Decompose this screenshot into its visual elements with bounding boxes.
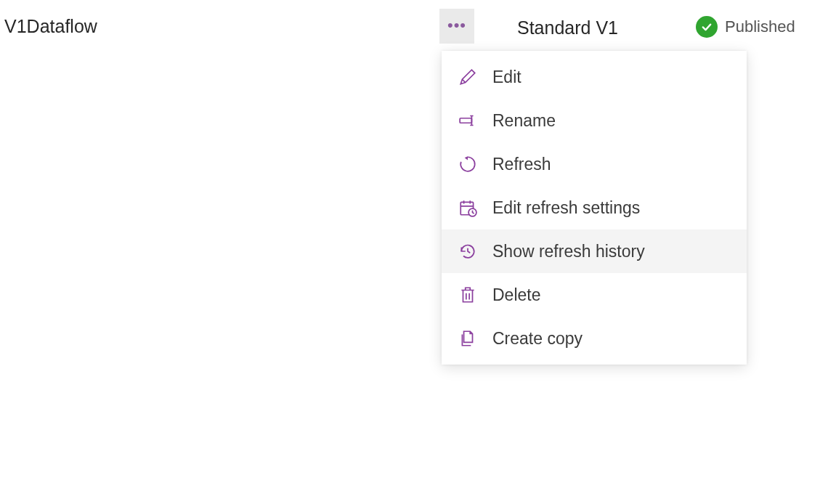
menu-item-show-refresh-history[interactable]: Show refresh history: [442, 229, 747, 273]
history-icon: [458, 241, 478, 261]
item-type-label: Standard V1: [517, 17, 618, 38]
menu-item-label: Edit refresh settings: [492, 198, 640, 218]
menu-item-create-copy[interactable]: Create copy: [442, 317, 747, 360]
menu-item-edit-refresh-settings[interactable]: Edit refresh settings: [442, 186, 747, 229]
menu-item-label: Delete: [492, 285, 540, 305]
refresh-icon: [458, 154, 478, 174]
menu-item-refresh[interactable]: Refresh: [442, 142, 747, 186]
svg-rect-0: [460, 118, 471, 123]
calendar-clock-icon: [458, 198, 478, 218]
menu-item-delete[interactable]: Delete: [442, 273, 747, 317]
status-text: Published: [725, 17, 795, 36]
check-circle-icon: [696, 16, 718, 38]
page-title: V1Dataflow: [4, 16, 97, 37]
status-badge: Published: [696, 16, 795, 38]
rename-icon: [458, 110, 478, 131]
menu-item-label: Show refresh history: [492, 242, 645, 261]
menu-item-label: Rename: [492, 111, 556, 131]
menu-item-edit[interactable]: Edit: [442, 55, 747, 99]
pencil-icon: [458, 67, 478, 87]
header-row: V1Dataflow ••• Standard V1 Published: [0, 0, 828, 13]
context-menu: Edit Rename Refresh Edit refresh setting…: [442, 51, 747, 365]
menu-item-rename[interactable]: Rename: [442, 99, 747, 142]
menu-item-label: Edit: [492, 68, 521, 87]
more-options-button[interactable]: •••: [439, 9, 474, 44]
menu-item-label: Create copy: [492, 329, 583, 349]
menu-item-label: Refresh: [492, 155, 551, 174]
copy-icon: [458, 328, 478, 349]
trash-icon: [458, 285, 478, 305]
